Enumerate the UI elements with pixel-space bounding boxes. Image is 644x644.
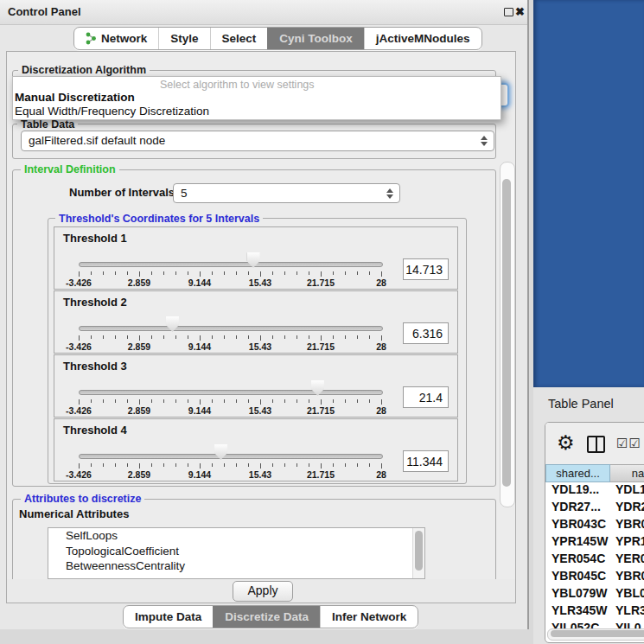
tick-mark [175,463,176,467]
tick-mark [260,463,261,469]
tick-mark [345,463,346,467]
table-panel: Table Panel ⚙ ☑☑ shared...na YDL19...YDL… [533,387,644,644]
tick-mark [309,271,309,275]
tick-mark [345,399,346,403]
tab-infer-network[interactable]: Infer Network [320,606,418,628]
slider-track[interactable] [79,390,383,395]
table-row[interactable]: YBR043CYBR0 [545,517,644,534]
tick-mark [139,335,140,341]
dropdown-placeholder: Select algorithm to view settings [160,79,501,91]
column-header-2[interactable]: na [610,464,644,482]
tick-mark [91,463,92,467]
tick-mark [139,271,140,277]
tab-label: Infer Network [332,606,406,628]
tick-label: 9.144 [178,469,221,480]
tick-mark [151,271,152,275]
tick-mark [284,399,285,403]
tick-mark [163,463,164,467]
cell-name: YDL1 [610,482,644,500]
tick-mark [333,271,334,275]
tick-mark [369,463,370,467]
table-row[interactable]: YDR27...YDR2 [545,500,644,517]
tick-mark [296,463,297,467]
number-of-intervals-combobox[interactable]: 5 [173,183,400,203]
attribute-item-betweennesscentrality[interactable]: BetweennessCentrality [48,558,424,574]
attribute-item-selfloops[interactable]: SelfLoops [48,528,424,544]
threshold-value-field[interactable]: 6.316 [403,322,449,344]
table-row[interactable]: YBL079WYBL0 [545,586,644,603]
settings-scrollbar[interactable] [500,162,515,507]
tick-label: 9.144 [178,277,221,288]
tick-mark [333,463,334,467]
attributes-scrollbar[interactable] [412,528,424,578]
cell-shared-name: YBL079W [545,586,610,603]
table-hscrollbar-thumb[interactable] [551,630,644,637]
tick-mark [357,271,358,275]
dropdown-option-equal-width[interactable]: Equal Width/Frequency Discretization [13,105,501,118]
tick-label: 9.144 [178,405,221,416]
cell-name: YLR3 [610,603,644,621]
cell-name: YDR2 [610,500,644,517]
tick-mark [163,271,164,275]
close-icon[interactable]: ✖ [515,5,525,18]
tick-mark [236,335,237,339]
tab-label: Cyni Toolbox [279,28,353,49]
apply-button[interactable]: Apply [233,581,293,602]
tick-mark [115,463,116,467]
table-row[interactable]: YDL19...YDL1 [545,482,644,500]
float-window-icon[interactable] [504,8,513,16]
tab-cyni-toolbox[interactable]: Cyni Toolbox [267,28,364,49]
tick-label: 28 [360,341,403,352]
numerical-attributes-list[interactable]: SelfLoopsTopologicalCoefficientBetweenne… [48,527,425,579]
tick-mark [103,271,104,275]
tick-mark [381,271,382,277]
tick-mark [79,399,80,405]
column-layout-icon[interactable] [587,436,605,453]
cell-shared-name: YDL19... [545,482,610,500]
tick-label: -3.426 [57,277,100,288]
tab-label: jActiveMNodules [376,28,470,49]
table-data-combobox[interactable]: galFiltered.sif default node [21,131,494,151]
tab-discretize-data[interactable]: Discretize Data [213,606,320,628]
dropdown-option-manual[interactable]: Manual Discretization [13,91,501,105]
attributes-scrollbar-thumb[interactable] [415,531,423,571]
algorithm-group-title: Discretization Algorithm [18,64,150,76]
attributes-group-title: Attributes to discretize [21,493,144,505]
table-row[interactable]: YBR045CYBR0 [545,569,644,586]
tab-impute-data[interactable]: Impute Data [124,606,213,628]
slider-track[interactable] [79,262,383,267]
threshold-row-3: Threshold 3-3.4262.8599.14415.4321.71528… [54,354,458,418]
tab-network[interactable]: Network [74,28,158,49]
tick-mark [103,399,104,403]
tick-mark [272,335,273,339]
table-row[interactable]: YPR145WYPR1 [545,534,644,552]
threshold-label: Threshold 3 [63,360,127,373]
table-data-combobox-value: galFiltered.sif default node [29,134,165,147]
checkbox-icons[interactable]: ☑☑ [616,436,641,451]
gear-icon[interactable]: ⚙ [557,432,575,453]
tick-mark [369,335,370,339]
table-row[interactable]: YLR345WYLR3 [545,603,644,621]
table-row[interactable]: YER054CYER0 [545,552,644,569]
column-header-1[interactable]: shared... [545,464,610,482]
cell-shared-name: YER054C [545,552,610,569]
tick-mark [127,271,128,275]
threshold-value-field[interactable]: 11.344 [403,450,449,472]
threshold-value-field[interactable]: 21.4 [403,386,449,408]
settings-scrollbar-thumb[interactable] [502,179,511,487]
tab-select[interactable]: Select [210,28,268,49]
cyni-toolbox-panel: Discretization Algorithm Select algorith… [6,51,516,580]
threshold-value-field[interactable]: 14.713 [403,258,449,280]
attribute-item-topologicalcoefficient[interactable]: TopologicalCoefficient [48,544,424,559]
table-hscrollbar[interactable] [547,628,644,641]
tick-mark [127,463,128,467]
tab-style[interactable]: Style [158,28,209,49]
tick-mark [188,271,188,275]
desktop-gap [0,629,529,644]
tick-label: 28 [360,277,403,288]
tick-label: 15.43 [239,405,282,416]
slider-track[interactable] [79,326,383,331]
slider-track[interactable] [79,454,383,459]
tick-label: 28 [360,469,403,480]
tab-jactivemnodules[interactable]: jActiveMNodules [364,28,481,49]
